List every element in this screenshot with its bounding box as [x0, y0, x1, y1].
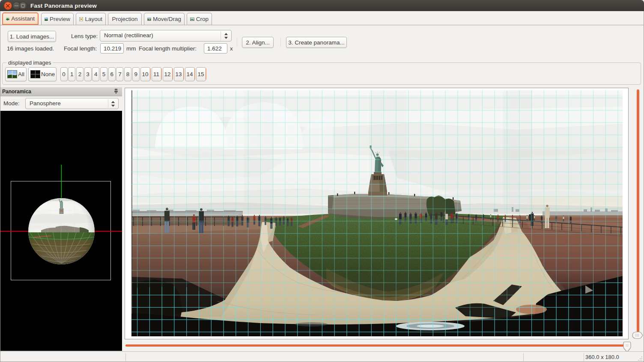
svg-text:GL: GL: [45, 18, 47, 19]
